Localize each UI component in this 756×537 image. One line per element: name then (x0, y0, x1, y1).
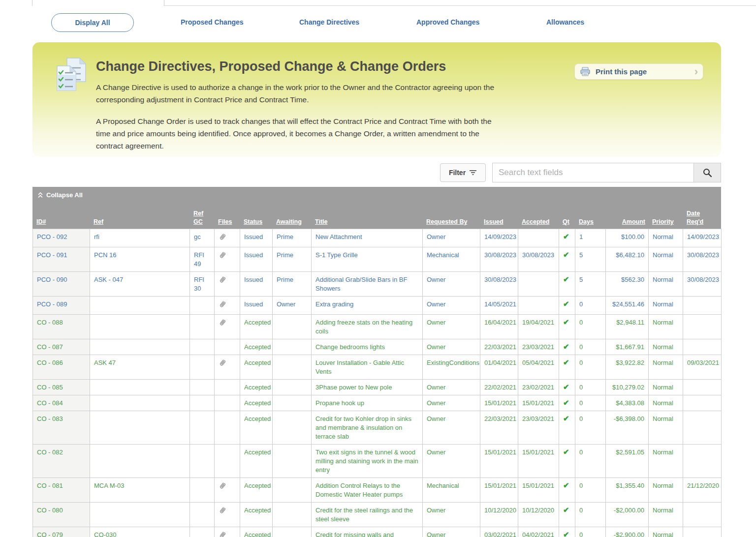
column-header-id[interactable]: ID# (36, 218, 46, 225)
check-icon: ✔ (563, 383, 569, 391)
attachment-icon[interactable] (219, 531, 226, 537)
cell-title[interactable]: Louver Installation - Gable Attic Vents (312, 355, 423, 380)
cell-title[interactable]: Additional Grab/Slide Bars in BF Showers (312, 272, 423, 297)
check-icon: ✔ (563, 506, 569, 514)
table-row[interactable]: CO - 083AcceptedCredit for two Kohler dr… (33, 411, 722, 445)
cell-accepted: 30/08/2023 (518, 247, 559, 272)
table-row[interactable]: CO - 080AcceptedCredit for the steel rai… (33, 503, 722, 527)
cell-files[interactable] (215, 297, 240, 315)
cell-id[interactable]: CO - 085 (33, 380, 90, 395)
cell-id[interactable]: PCO - 092 (33, 229, 90, 247)
cell-title[interactable]: Two exit signs in the tunnel & wood mill… (312, 445, 423, 478)
cell-refgc (190, 411, 215, 445)
cell-title[interactable]: Propane hook up (312, 395, 423, 411)
column-header-title[interactable]: Title (315, 218, 327, 225)
column-header-date_reqd[interactable]: Date Req'd (687, 210, 703, 225)
cell-ref: MCA M-03 (90, 478, 190, 503)
cell-files[interactable] (215, 315, 240, 339)
cell-title[interactable]: 3Phase power to New pole (312, 380, 423, 395)
column-header-qt[interactable]: Qt (563, 218, 569, 225)
attachment-icon[interactable] (219, 358, 226, 367)
cell-title[interactable]: Addition Control Relays to the Domestic … (312, 478, 423, 503)
tab-display-all[interactable]: Display All (51, 13, 134, 32)
table-row[interactable]: CO - 084AcceptedPropane hook upOwner15/0… (33, 395, 722, 411)
table-row[interactable]: PCO - 089IssuedOwnerExtra gradingOwner14… (33, 297, 722, 315)
cell-title[interactable]: S-1 Type Grille (312, 247, 423, 272)
column-header-status[interactable]: Status (244, 218, 262, 225)
table-row[interactable]: CO - 087AcceptedChange bedrooms lightsOw… (33, 339, 722, 355)
cell-id[interactable]: CO - 080 (33, 503, 90, 527)
table-row[interactable]: PCO - 092rfigcIssuedPrimeNew AttachmentO… (33, 229, 722, 247)
cell-id[interactable]: CO - 082 (33, 445, 90, 478)
cell-files[interactable] (215, 527, 240, 537)
cell-refgc (190, 503, 215, 527)
cell-issued: 15/01/2021 (480, 478, 518, 503)
cell-days: 0 (575, 315, 606, 339)
cell-title[interactable]: New Attachment (312, 229, 423, 247)
cell-ref (90, 297, 190, 315)
table-row[interactable]: CO - 079CO-030AcceptedCredit for missing… (33, 527, 722, 537)
cell-id[interactable]: CO - 083 (33, 411, 90, 445)
cell-id[interactable]: CO - 081 (33, 478, 90, 503)
cell-days: 0 (575, 445, 606, 478)
cell-files[interactable] (215, 478, 240, 503)
table-row[interactable]: CO - 085Accepted3Phase power to New pole… (33, 380, 722, 395)
cell-title[interactable]: Credit for two Kohler drop in sinks and … (312, 411, 423, 445)
table-row[interactable]: PCO - 090ASK - 047RFI 30IssuedPrimeAddit… (33, 272, 722, 297)
search-input[interactable] (492, 163, 694, 182)
column-header-priority[interactable]: Priority (652, 218, 674, 225)
cell-id[interactable]: CO - 084 (33, 395, 90, 411)
cell-title[interactable]: Credit for the steel railings and the st… (312, 503, 423, 527)
cell-title[interactable]: Credit for missing walls and bulkheads (312, 527, 423, 537)
cell-id[interactable]: PCO - 091 (33, 247, 90, 272)
cell-status: Accepted (240, 380, 273, 395)
tab-approved-changes[interactable]: Approved Changes (416, 18, 479, 26)
column-header-requested_by[interactable]: Requested By (426, 218, 467, 225)
column-header-awaiting[interactable]: Awaiting (276, 218, 302, 225)
tab-proposed-changes[interactable]: Proposed Changes (181, 18, 244, 26)
print-page-button[interactable]: Print this page › (574, 63, 703, 80)
tab-change-directives[interactable]: Change Directives (299, 18, 359, 26)
table-row[interactable]: CO - 086ASK 47AcceptedLouver Installatio… (33, 355, 722, 380)
cell-refgc: RFI 49 (190, 247, 215, 272)
attachment-icon[interactable] (219, 481, 226, 490)
cell-files[interactable] (215, 272, 240, 297)
cell-files[interactable] (215, 355, 240, 380)
table-row[interactable]: CO - 081MCA M-03AcceptedAddition Control… (33, 478, 722, 503)
collapse-all-button[interactable]: Collapse All (37, 191, 83, 199)
attachment-icon[interactable] (219, 318, 226, 327)
cell-priority: Normal (649, 297, 683, 315)
table-row[interactable]: CO - 082AcceptedTwo exit signs in the tu… (33, 445, 722, 478)
cell-id[interactable]: CO - 087 (33, 339, 90, 355)
cell-id[interactable]: PCO - 090 (33, 272, 90, 297)
column-header-issued[interactable]: Issued (484, 218, 504, 225)
cell-title[interactable]: Extra grading (312, 297, 423, 315)
cell-files[interactable] (215, 229, 240, 247)
cell-qt: ✔ (559, 297, 575, 315)
attachment-icon[interactable] (219, 300, 226, 309)
cell-title[interactable]: Change bedrooms lights (312, 339, 423, 355)
column-header-ref[interactable]: Ref (94, 218, 103, 225)
column-header-refgc[interactable]: Ref GC (193, 210, 203, 225)
cell-files[interactable] (215, 503, 240, 527)
column-header-accepted[interactable]: Accepted (522, 218, 549, 225)
attachment-icon[interactable] (219, 251, 226, 260)
attachment-icon[interactable] (219, 233, 226, 241)
cell-files[interactable] (215, 247, 240, 272)
column-header-files[interactable]: Files (218, 218, 232, 225)
attachment-icon[interactable] (219, 506, 226, 515)
column-header-days[interactable]: Days (579, 218, 594, 225)
tab-allowances[interactable]: Allowances (546, 18, 584, 26)
search-button[interactable] (694, 163, 721, 182)
cell-id[interactable]: CO - 088 (33, 315, 90, 339)
cell-status: Issued (240, 247, 273, 272)
cell-id[interactable]: CO - 079 (33, 527, 90, 537)
column-header-amount[interactable]: Amount (622, 218, 645, 225)
cell-title[interactable]: Adding freeze stats on the heating coils (312, 315, 423, 339)
filter-button[interactable]: Filter (440, 163, 486, 182)
cell-id[interactable]: PCO - 089 (33, 297, 90, 315)
attachment-icon[interactable] (219, 275, 226, 284)
table-row[interactable]: CO - 088AcceptedAdding freeze stats on t… (33, 315, 722, 339)
table-row[interactable]: PCO - 091PCN 16RFI 49IssuedPrimeS-1 Type… (33, 247, 722, 272)
cell-id[interactable]: CO - 086 (33, 355, 90, 380)
